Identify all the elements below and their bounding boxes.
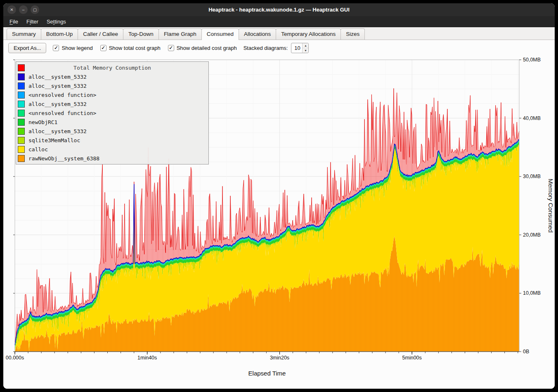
heaptrack-window: ✕–▢ Heaptrack - heaptrack.wakunode.1.gz … bbox=[3, 3, 555, 389]
tab-temporary-allocations[interactable]: Temporary Allocations bbox=[276, 28, 341, 40]
legend-swatch bbox=[18, 73, 25, 80]
legend-swatch bbox=[18, 146, 25, 153]
legend-item-label: rawNewObj__system_6388 bbox=[28, 155, 99, 162]
x-axis-title: Elapsed Time bbox=[248, 370, 286, 377]
checkbox-box[interactable]: ✓ bbox=[100, 45, 106, 51]
legend-item: alloc__system_5332 bbox=[16, 81, 208, 90]
tab-caller-callee[interactable]: Caller / Callee bbox=[78, 28, 123, 40]
legend-swatch bbox=[18, 137, 25, 144]
legend-item: calloc bbox=[16, 145, 208, 154]
maximize-button[interactable]: ▢ bbox=[31, 5, 39, 14]
legend-item: rawNewObj__system_6388 bbox=[16, 154, 208, 163]
spin-up-icon[interactable] bbox=[303, 43, 308, 48]
export-as-button[interactable]: Export As... bbox=[8, 43, 46, 53]
checkbox-show-detailed-cost-graph[interactable]: ✓Show detailed cost graph bbox=[168, 45, 237, 51]
tab-bottom-up[interactable]: Bottom-Up bbox=[41, 28, 78, 40]
checkbox-show-legend[interactable]: ✓Show legend bbox=[53, 45, 92, 51]
checkbox-box[interactable]: ✓ bbox=[53, 45, 59, 51]
legend-title: Total Memory Consumption bbox=[16, 65, 208, 71]
legend-swatch bbox=[18, 82, 25, 89]
legend-item-label: newObjRC1 bbox=[28, 119, 57, 125]
title-bar[interactable]: ✕–▢ Heaptrack - heaptrack.wakunode.1.gz … bbox=[3, 3, 555, 16]
stacked-diagrams-spinbox[interactable]: 10 bbox=[291, 43, 309, 53]
window-controls: ✕–▢ bbox=[7, 3, 39, 16]
legend-swatch bbox=[18, 92, 25, 99]
legend-item-label: <unresolved function> bbox=[28, 110, 96, 116]
legend-item-label: calloc bbox=[28, 146, 48, 153]
legend-item: newObjRC1 bbox=[16, 117, 208, 127]
legend-item-label: alloc__system_5332 bbox=[28, 83, 87, 89]
legend-item-label: <unresolved function> bbox=[28, 92, 96, 98]
stacked-diagrams-control: Stacked diagrams: 10 bbox=[244, 43, 309, 53]
tab-top-down[interactable]: Top-Down bbox=[123, 28, 159, 40]
svg-text:30,0MB: 30,0MB bbox=[523, 174, 541, 179]
tab-label: Summary bbox=[12, 31, 36, 37]
tab-label: Sizes bbox=[346, 31, 359, 37]
tab-allocations[interactable]: Allocations bbox=[239, 28, 276, 40]
svg-text:00.000s: 00.000s bbox=[6, 355, 24, 361]
legend-swatch bbox=[18, 155, 25, 162]
tab-label: Flame Graph bbox=[164, 31, 196, 37]
svg-text:5min00s: 5min00s bbox=[402, 355, 422, 361]
tab-label: Top-Down bbox=[128, 31, 154, 37]
legend-title-row: Total Memory Consumption bbox=[16, 63, 208, 72]
svg-text:1min40s: 1min40s bbox=[137, 355, 157, 361]
tab-label: Caller / Callee bbox=[83, 31, 118, 37]
legend-swatch bbox=[18, 101, 25, 108]
legend-swatch bbox=[18, 128, 25, 135]
legend-item: alloc__system_5332 bbox=[16, 72, 208, 81]
tab-flame-graph[interactable]: Flame Graph bbox=[158, 28, 202, 40]
svg-text:20,0MB: 20,0MB bbox=[523, 232, 541, 238]
toolbar: Export As... ✓Show legend✓Show total cos… bbox=[3, 40, 555, 56]
checkbox-box[interactable]: ✓ bbox=[168, 45, 174, 51]
checkbox-show-total-cost-graph[interactable]: ✓Show total cost graph bbox=[100, 45, 161, 51]
spinbox-value[interactable]: 10 bbox=[291, 43, 302, 53]
stacked-diagrams-label: Stacked diagrams: bbox=[244, 45, 288, 51]
spin-down-icon[interactable] bbox=[303, 48, 308, 53]
close-button[interactable]: ✕ bbox=[7, 5, 16, 14]
legend-item-label: alloc__system_5332 bbox=[28, 101, 87, 107]
tab-label: Allocations bbox=[244, 31, 271, 37]
tab-sizes[interactable]: Sizes bbox=[340, 28, 365, 40]
legend-swatch bbox=[18, 110, 25, 117]
screen: ✕–▢ Heaptrack - heaptrack.wakunode.1.gz … bbox=[0, 0, 558, 392]
legend-item-label: alloc__system_5332 bbox=[28, 128, 87, 134]
menu-filter[interactable]: Filter bbox=[23, 17, 42, 26]
legend: Total Memory Consumptionalloc__system_53… bbox=[16, 61, 209, 164]
chart-region: 00.000s1min40s3min20s5min00s0B10,0MB20,0… bbox=[3, 56, 555, 389]
checkbox-label: Show detailed cost graph bbox=[177, 45, 237, 51]
spinbox-buttons bbox=[302, 43, 308, 53]
svg-text:50,0MB: 50,0MB bbox=[523, 57, 541, 63]
menu-bar: FileFilterSettings bbox=[3, 16, 555, 27]
tab-consumed[interactable]: Consumed bbox=[201, 28, 239, 40]
menu-file[interactable]: File bbox=[6, 17, 22, 26]
window-title: Heaptrack - heaptrack.wakunode.1.gz — He… bbox=[208, 7, 350, 13]
svg-text:40,0MB: 40,0MB bbox=[523, 115, 541, 121]
tab-label: Consumed bbox=[207, 31, 234, 37]
menu-settings[interactable]: Settings bbox=[43, 17, 70, 26]
legend-item: <unresolved function> bbox=[16, 90, 208, 99]
tab-summary[interactable]: Summary bbox=[7, 28, 41, 40]
tab-label: Temporary Allocations bbox=[281, 31, 336, 37]
legend-item-label: alloc__system_5332 bbox=[28, 74, 87, 80]
checkbox-label: Show legend bbox=[61, 45, 92, 51]
minimize-button[interactable]: – bbox=[19, 5, 28, 14]
legend-item: sqlite3MemMalloc bbox=[16, 136, 208, 145]
legend-swatch bbox=[18, 119, 25, 126]
svg-text:10,0MB: 10,0MB bbox=[523, 290, 541, 296]
tab-bar: SummaryBottom-UpCaller / CalleeTop-DownF… bbox=[3, 27, 555, 40]
svg-text:0B: 0B bbox=[523, 349, 529, 354]
checkbox-group: ✓Show legend✓Show total cost graph✓Show … bbox=[53, 45, 236, 51]
legend-item: alloc__system_5332 bbox=[16, 99, 208, 108]
tab-label: Bottom-Up bbox=[46, 31, 73, 37]
y-axis-title: Memory Consumed bbox=[547, 179, 554, 233]
legend-item: alloc__system_5332 bbox=[16, 127, 208, 136]
svg-text:3min20s: 3min20s bbox=[270, 355, 289, 361]
checkbox-label: Show total cost graph bbox=[109, 45, 161, 51]
legend-item: <unresolved function> bbox=[16, 108, 208, 117]
legend-item-label: sqlite3MemMalloc bbox=[28, 137, 80, 143]
